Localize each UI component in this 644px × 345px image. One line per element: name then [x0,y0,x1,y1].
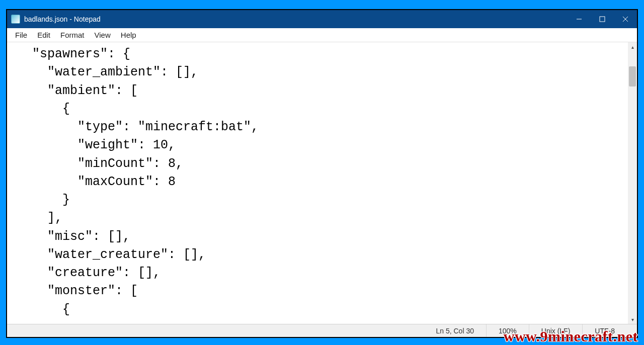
maximize-icon [599,16,605,22]
menu-file[interactable]: File [10,29,32,41]
close-button[interactable] [614,10,637,28]
chevron-down-icon: ▾ [631,317,634,322]
scrollbar-down-button[interactable]: ▾ [628,315,637,324]
svg-rect-1 [600,17,605,22]
scrollbar-thumb[interactable] [629,66,636,87]
editor-area: "spawners": { "water_ambient": [], "ambi… [7,42,637,324]
watermark: www.9minecraft.net [504,328,638,345]
menu-help[interactable]: Help [116,29,141,41]
titlebar-left: badlands.json - Notepad [11,15,101,24]
editor-content[interactable]: "spawners": { "water_ambient": [], "ambi… [7,42,628,324]
window-controls [568,10,637,28]
status-position: Ln 5, Col 30 [424,324,486,337]
chevron-up-icon: ▴ [631,44,634,50]
menubar: File Edit Format View Help [7,28,637,42]
minimize-button[interactable] [568,10,591,28]
scrollbar-vertical[interactable]: ▴ ▾ [628,42,637,324]
scrollbar-up-button[interactable]: ▴ [628,42,637,51]
titlebar: badlands.json - Notepad [7,10,637,28]
notepad-icon [11,15,20,24]
notepad-window: badlands.json - Notepad File Edit Format… [6,9,638,338]
minimize-icon [576,16,582,22]
menu-format[interactable]: Format [55,29,90,41]
close-icon [622,16,628,22]
menu-edit[interactable]: Edit [32,29,55,41]
menu-view[interactable]: View [90,29,116,41]
window-title: badlands.json - Notepad [24,15,101,23]
maximize-button[interactable] [591,10,614,28]
